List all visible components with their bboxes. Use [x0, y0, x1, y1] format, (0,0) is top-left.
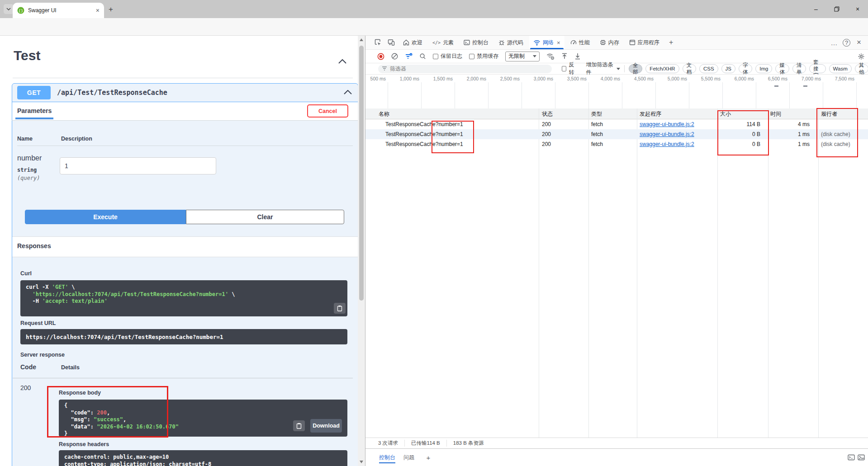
response-headers-label: Response headers: [59, 441, 109, 447]
code-token: -H: [26, 298, 42, 304]
column-header[interactable]: 发起程序: [640, 108, 661, 119]
export-har-icon[interactable]: [574, 53, 581, 60]
network-request-row[interactable]: TestResponseCache?number=1200fetchswagge…: [365, 139, 868, 149]
throttling-select[interactable]: 无限制: [505, 52, 540, 61]
parameters-tab[interactable]: Parameters: [17, 107, 52, 114]
tab-elements[interactable]: </> 元素: [428, 36, 458, 49]
curl-command-block[interactable]: curl -X 'GET' \ 'https://localhost:7074/…: [20, 280, 347, 316]
column-header[interactable]: 大小: [720, 108, 731, 119]
add-drawer-tab-button[interactable]: +: [422, 452, 434, 463]
invert-filter-checkbox[interactable]: 反转: [562, 61, 578, 76]
resource-type-filter[interactable]: 文档: [683, 64, 696, 73]
tab-console[interactable]: 控制台: [460, 36, 493, 49]
copy-curl-button[interactable]: [334, 303, 346, 314]
close-window-button[interactable]: ×: [847, 0, 868, 18]
section-collapse-icon[interactable]: [338, 59, 347, 64]
preserve-log-checkbox[interactable]: 保留日志: [433, 52, 462, 60]
column-header[interactable]: 类型: [591, 108, 602, 119]
console-prompt-icon[interactable]: [848, 454, 855, 461]
resource-type-filter[interactable]: Wasm: [829, 64, 852, 73]
tab-memory[interactable]: 内存: [596, 36, 623, 49]
scrollbar-thumb[interactable]: [359, 46, 364, 301]
tab-label: 元素: [443, 39, 454, 47]
settings-gear-icon[interactable]: [858, 53, 865, 60]
drawer-tab-issues[interactable]: 问题: [403, 449, 414, 466]
column-header[interactable]: 状态: [542, 108, 553, 119]
devtools-menu-icon[interactable]: …: [828, 37, 840, 48]
resource-type-filter[interactable]: 其他: [855, 64, 868, 73]
operation-path[interactable]: /api/Test/TestResponseCache: [57, 89, 167, 97]
request-url-block: https://localhost:7074/api/Test/TestResp…: [20, 329, 347, 344]
filter-input[interactable]: [378, 65, 552, 73]
network-request-row[interactable]: TestResponseCache?number=1200fetchswagge…: [365, 119, 868, 129]
tab-close-icon[interactable]: ×: [96, 7, 100, 14]
scroll-down-arrow-icon[interactable]: [360, 461, 363, 463]
operation-collapse-icon[interactable]: [344, 90, 352, 94]
tab-sources[interactable]: 源代码: [494, 36, 527, 49]
close-network-tab-icon[interactable]: ×: [557, 39, 560, 46]
throttling-value: 无限制: [508, 52, 525, 60]
checkbox-icon[interactable]: [433, 54, 438, 59]
swagger-ui-panel: Test GET /api/Test/TestResponseCache Par…: [0, 36, 358, 466]
column-header[interactable]: 名称: [379, 108, 389, 119]
network-request-row[interactable]: TestResponseCache?number=1200fetchswagge…: [365, 129, 868, 139]
resource-type-filter[interactable]: 全部: [629, 64, 642, 73]
initiator-link[interactable]: swagger-ui-bundle.js:2: [640, 119, 714, 129]
column-header[interactable]: 时间: [770, 108, 781, 119]
minimize-button[interactable]: –: [806, 0, 826, 18]
new-tab-button[interactable]: +: [109, 5, 113, 13]
download-button[interactable]: Download: [310, 419, 342, 433]
clear-button[interactable]: Clear: [186, 210, 344, 224]
copy-response-button[interactable]: [293, 420, 305, 431]
resource-type-filter[interactable]: Fetch/XHR: [645, 64, 679, 73]
checkbox-icon[interactable]: [469, 54, 474, 59]
close-devtools-icon[interactable]: ×: [853, 37, 865, 48]
record-icon[interactable]: [377, 53, 384, 60]
filter-icon[interactable]: x: [405, 53, 413, 60]
scroll-up-arrow-icon[interactable]: [360, 38, 363, 41]
column-separator: [818, 108, 819, 438]
parameters-header-band: [12, 102, 358, 120]
resource-type-filter[interactable]: 套接字: [809, 64, 825, 73]
checkbox-icon[interactable]: [562, 66, 566, 71]
help-icon[interactable]: ?: [843, 39, 850, 47]
tab-welcome[interactable]: 欢迎: [399, 36, 427, 49]
network-overview[interactable]: 500 ms1,000 ms1,500 ms2,000 ms2,500 ms3,…: [365, 75, 868, 109]
param-value-input[interactable]: [60, 157, 216, 174]
tab-performance[interactable]: 性能: [566, 36, 594, 49]
resource-type-filter[interactable]: 媒体: [775, 64, 789, 73]
inspect-element-icon[interactable]: [372, 37, 384, 48]
swagger-scrollbar[interactable]: [358, 36, 365, 466]
device-toolbar-icon[interactable]: [385, 37, 397, 48]
timeline-gridline: [789, 82, 790, 108]
execute-button[interactable]: Execute: [25, 210, 186, 224]
maximize-button[interactable]: [826, 0, 847, 18]
column-header[interactable]: 履行者: [821, 108, 837, 119]
import-har-icon[interactable]: [561, 53, 568, 60]
browser-tab[interactable]: {} Swagger UI ×: [13, 3, 104, 18]
timeline-gridline: [722, 82, 723, 108]
search-icon[interactable]: [419, 53, 426, 60]
response-body-block[interactable]: { "code": 200, "msg": "success", "data":…: [59, 400, 347, 437]
media-icon[interactable]: [858, 454, 865, 461]
drawer-tab-console[interactable]: 控制台: [379, 449, 395, 466]
disable-cache-checkbox[interactable]: 禁用缓存: [469, 52, 498, 60]
resource-type-filter[interactable]: CSS: [699, 64, 718, 73]
tab-list-button[interactable]: [4, 4, 14, 14]
resource-type-filter[interactable]: Img: [755, 64, 772, 73]
more-tabs-button[interactable]: +: [665, 37, 677, 48]
resource-type-filter[interactable]: JS: [721, 64, 735, 73]
network-table[interactable]: 名称状态类型发起程序大小时间履行者TestResponseCache?numbe…: [365, 108, 868, 438]
network-conditions-icon[interactable]: [546, 53, 555, 60]
initiator-link[interactable]: swagger-ui-bundle.js:2: [640, 139, 714, 149]
time-cell: 1 ms: [768, 139, 814, 149]
resource-type-filter[interactable]: 清单: [792, 64, 806, 73]
more-filters-dropdown[interactable]: 增加筛选条件: [586, 61, 621, 76]
cancel-button[interactable]: Cancel: [307, 104, 348, 118]
timeline-tick-label: 5,000 ms: [661, 76, 687, 81]
initiator-link[interactable]: swagger-ui-bundle.js:2: [640, 129, 714, 139]
clear-network-log-icon[interactable]: [391, 53, 398, 60]
resource-type-filter[interactable]: 字体: [739, 64, 752, 73]
tab-application[interactable]: 应用程序: [625, 36, 664, 49]
tab-network[interactable]: 网络 ×: [529, 36, 564, 49]
